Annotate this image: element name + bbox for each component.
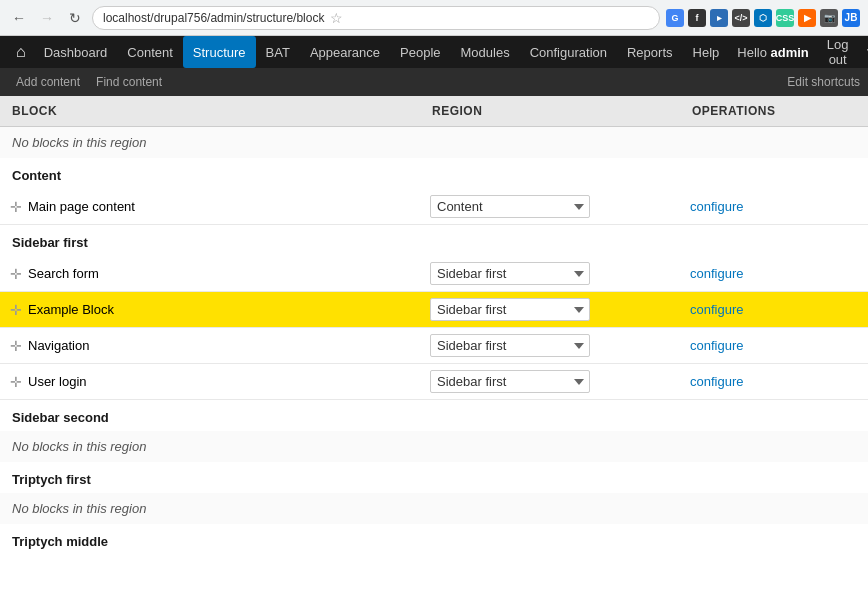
menu-item-appearance[interactable]: Appearance (300, 36, 390, 68)
menu-item-configuration[interactable]: Configuration (520, 36, 617, 68)
section-header-triptych-middle: Triptych middle (0, 524, 868, 555)
ext-icon-6[interactable]: CSS (776, 9, 794, 27)
menu-item-bat[interactable]: BAT (256, 36, 300, 68)
block-name-text: User login (28, 374, 87, 389)
menu-item-structure[interactable]: Structure (183, 36, 256, 68)
menu-item-help[interactable]: Help (683, 36, 730, 68)
section-title-triptych-middle: Triptych middle (0, 524, 868, 555)
region-select[interactable]: Content Sidebar first Sidebar second Tri… (430, 262, 590, 285)
move-handle-icon[interactable]: ✛ (10, 338, 22, 354)
ext-icon-3[interactable]: ▸ (710, 9, 728, 27)
add-content-link[interactable]: Add content (8, 68, 88, 96)
menu-item-modules[interactable]: Modules (451, 36, 520, 68)
section-title-sidebar-second: Sidebar second (0, 400, 868, 432)
block-name-cell: ✛ User login (0, 364, 420, 400)
block-name-cell: ✛ Main page content (0, 189, 420, 225)
admin-user-info: Hello admin (729, 45, 817, 60)
reload-button[interactable]: ↻ (64, 7, 86, 29)
ext-icon-8[interactable]: 📷 (820, 9, 838, 27)
admin-toolbar: ⌂ Dashboard Content Structure BAT Appear… (0, 36, 868, 68)
region-select-cell: Content Sidebar first Sidebar second Tri… (420, 256, 680, 292)
empty-region-text: No blocks in this region (0, 493, 868, 524)
url-text: localhost/drupal756/admin/structure/bloc… (103, 11, 324, 25)
blocks-table: BLOCK REGION OPERATIONS No blocks in thi… (0, 96, 868, 555)
region-select-cell: Content Sidebar first Sidebar second Tri… (420, 292, 680, 328)
region-select[interactable]: Content Sidebar first Sidebar second Tri… (430, 298, 590, 321)
configure-link[interactable]: configure (690, 302, 743, 317)
move-handle-icon[interactable]: ✛ (10, 199, 22, 215)
table-row: ✛ User login Content Sidebar first Sideb… (0, 364, 868, 400)
table-row: ✛ Example Block Content Sidebar first Si… (0, 292, 868, 328)
region-select-cell: Content Sidebar first Sidebar second Tri… (420, 364, 680, 400)
section-title-content: Content (0, 158, 868, 189)
logout-button[interactable]: Log out (817, 37, 859, 67)
ext-icon-1[interactable]: G (666, 9, 684, 27)
ext-icon-9[interactable]: JB (842, 9, 860, 27)
menu-item-dashboard[interactable]: Dashboard (34, 36, 118, 68)
table-row: ✛ Navigation Content Sidebar first Sideb… (0, 328, 868, 364)
block-name-text: Navigation (28, 338, 89, 353)
star-icon: ☆ (330, 10, 343, 26)
secondary-toolbar: Add content Find content Edit shortcuts (0, 68, 868, 96)
section-header-triptych-first: Triptych first (0, 462, 868, 493)
ext-icon-5[interactable]: ⬡ (754, 9, 772, 27)
find-content-link[interactable]: Find content (88, 68, 170, 96)
region-select[interactable]: Content Sidebar first Sidebar second Tri… (430, 195, 590, 218)
region-column-header: REGION (420, 96, 680, 127)
ext-icon-4[interactable]: </> (732, 9, 750, 27)
operations-cell: configure (680, 328, 868, 364)
empty-region-row: No blocks in this region (0, 431, 868, 462)
back-button[interactable]: ← (8, 7, 30, 29)
operations-cell: configure (680, 189, 868, 225)
table-row: ✛ Search form Content Sidebar first Side… (0, 256, 868, 292)
move-handle-icon[interactable]: ✛ (10, 266, 22, 282)
page-content: BLOCK REGION OPERATIONS No blocks in thi… (0, 96, 868, 555)
configure-link[interactable]: configure (690, 374, 743, 389)
ext-icon-7[interactable]: ▶ (798, 9, 816, 27)
toolbar-expand-arrow[interactable]: ▼ (859, 45, 868, 59)
move-handle-icon[interactable]: ✛ (10, 302, 22, 318)
home-icon[interactable]: ⌂ (8, 43, 34, 61)
menu-item-people[interactable]: People (390, 36, 450, 68)
move-handle-icon[interactable]: ✛ (10, 374, 22, 390)
region-select-cell: Content Sidebar first Sidebar second Tri… (420, 328, 680, 364)
block-name-text: Search form (28, 266, 99, 281)
block-name-text: Example Block (28, 302, 114, 317)
block-name-cell: ✛ Navigation (0, 328, 420, 364)
edit-shortcuts-button[interactable]: Edit shortcuts (787, 75, 860, 89)
block-name-text: Main page content (28, 199, 135, 214)
url-bar[interactable]: localhost/drupal756/admin/structure/bloc… (92, 6, 660, 30)
section-header-sidebar-first: Sidebar first (0, 225, 868, 257)
empty-region-text: No blocks in this region (0, 127, 868, 159)
configure-link[interactable]: configure (690, 266, 743, 281)
browser-extension-icons: G f ▸ </> ⬡ CSS ▶ 📷 JB (666, 9, 860, 27)
region-select-cell: Content Sidebar first Sidebar second Tri… (420, 189, 680, 225)
region-select[interactable]: Content Sidebar first Sidebar second Tri… (430, 334, 590, 357)
table-row: ✛ Main page content Content Sidebar firs… (0, 189, 868, 225)
operations-column-header: OPERATIONS (680, 96, 868, 127)
empty-region-text: No blocks in this region (0, 431, 868, 462)
section-header-content: Content (0, 158, 868, 189)
empty-region-row: No blocks in this region (0, 127, 868, 159)
forward-button[interactable]: → (36, 7, 58, 29)
block-name-cell: ✛ Search form (0, 256, 420, 292)
menu-item-content[interactable]: Content (117, 36, 183, 68)
section-header-sidebar-second: Sidebar second (0, 400, 868, 432)
operations-cell: configure (680, 364, 868, 400)
empty-region-row: No blocks in this region (0, 493, 868, 524)
operations-cell: configure (680, 292, 868, 328)
section-title-triptych-first: Triptych first (0, 462, 868, 493)
block-name-cell: ✛ Example Block (0, 292, 420, 328)
section-title-sidebar-first: Sidebar first (0, 225, 868, 257)
region-select[interactable]: Content Sidebar first Sidebar second Tri… (430, 370, 590, 393)
greeting-text: Hello admin (737, 45, 809, 60)
secondary-links: Add content Find content (8, 68, 170, 96)
menu-item-reports[interactable]: Reports (617, 36, 683, 68)
browser-chrome: ← → ↻ localhost/drupal756/admin/structur… (0, 0, 868, 36)
table-header-row: BLOCK REGION OPERATIONS (0, 96, 868, 127)
block-column-header: BLOCK (0, 96, 420, 127)
admin-menu: Dashboard Content Structure BAT Appearan… (34, 36, 730, 68)
ext-icon-2[interactable]: f (688, 9, 706, 27)
configure-link[interactable]: configure (690, 338, 743, 353)
configure-link[interactable]: configure (690, 199, 743, 214)
